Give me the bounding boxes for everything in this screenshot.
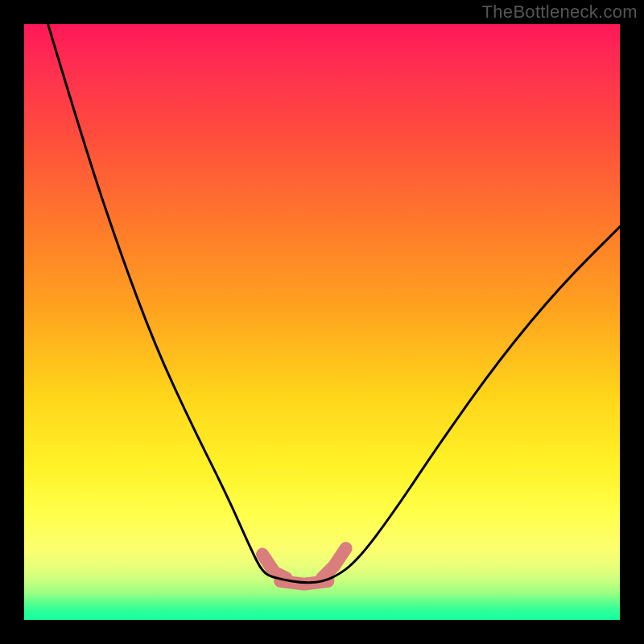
plot-area [24, 24, 620, 620]
chart-frame: TheBottleneck.com [0, 0, 644, 644]
main-curve [48, 24, 620, 583]
watermark-text: TheBottleneck.com [482, 2, 638, 23]
highlight-right [322, 548, 346, 578]
curve-svg [24, 24, 620, 620]
